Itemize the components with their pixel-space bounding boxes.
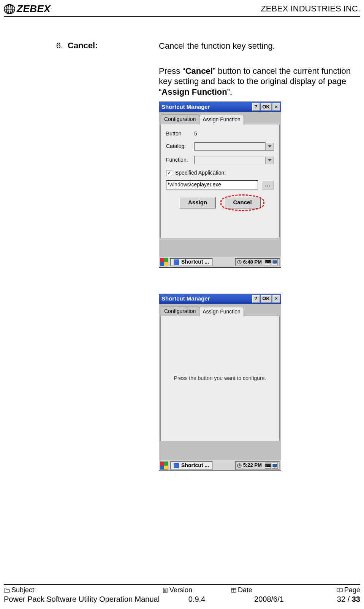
ok-button[interactable]: OK bbox=[261, 295, 272, 303]
catalog-input[interactable] bbox=[194, 142, 266, 151]
help-button[interactable]: ? bbox=[252, 103, 260, 111]
chevron-down-icon[interactable] bbox=[266, 142, 274, 151]
clock: 5:22 PM bbox=[243, 462, 262, 468]
catalog-row: Catalog: bbox=[166, 142, 274, 151]
desc-para-2: Press “Cancel” button to cancel the curr… bbox=[159, 66, 360, 97]
close-button[interactable]: × bbox=[272, 295, 280, 303]
panel-assign: Button 5 Catalog: Function: bbox=[160, 124, 280, 238]
function-label: Function: bbox=[166, 157, 190, 164]
start-button[interactable] bbox=[160, 461, 168, 470]
footer-h-version: Version bbox=[163, 586, 231, 594]
window-title: Shortcut Manager bbox=[161, 103, 252, 111]
section-number: 6. bbox=[4, 41, 68, 51]
window-title: Shortcut Manager bbox=[161, 295, 252, 302]
catalog-combo[interactable] bbox=[194, 142, 274, 151]
screenshot-shortcut-manager-assign: Shortcut Manager ? OK × Configuration As… bbox=[159, 102, 281, 268]
gap bbox=[159, 239, 281, 257]
start-button[interactable] bbox=[160, 258, 168, 266]
footer-h-subject: Subject bbox=[4, 586, 163, 594]
keyboard-icon[interactable]: ⌨ bbox=[265, 463, 271, 469]
cancel-button-highlight: Cancel bbox=[224, 197, 261, 208]
document-footer: Subject Version Date Page Power Pack Sof… bbox=[4, 584, 360, 604]
svg-marker-5 bbox=[268, 159, 272, 161]
tray-icons: ⌨ bbox=[265, 259, 278, 265]
chevron-down-icon[interactable] bbox=[266, 156, 274, 164]
desktop-icon[interactable] bbox=[272, 463, 278, 469]
footer-subject: Power Pack Software Utility Operation Ma… bbox=[4, 595, 163, 604]
clock-icon bbox=[237, 260, 242, 264]
catalog-label: Catalog: bbox=[166, 143, 190, 150]
clock: 6:48 PM bbox=[243, 259, 262, 265]
taskbar: Shortcut ... 6:48 PM ⌨ bbox=[159, 257, 281, 267]
section-description: Cancel the function key setting. Press “… bbox=[159, 41, 360, 471]
footer-page: 32 / 33 bbox=[307, 595, 360, 604]
button-row-actions: Assign Cancel bbox=[166, 197, 274, 208]
calendar-icon bbox=[231, 588, 236, 593]
clock-icon bbox=[237, 463, 242, 468]
section-row: 6. Cancel: Cancel the function key setti… bbox=[4, 41, 360, 471]
svg-rect-14 bbox=[273, 464, 277, 467]
function-input[interactable] bbox=[194, 156, 266, 164]
system-tray[interactable]: 6:48 PM ⌨ bbox=[235, 258, 280, 266]
logo: ZEBEX bbox=[4, 3, 51, 15]
function-combo[interactable] bbox=[194, 156, 274, 164]
prompt-text: Press the button you want to configure. bbox=[174, 375, 266, 382]
book-icon bbox=[337, 588, 343, 593]
help-button[interactable]: ? bbox=[252, 295, 260, 303]
cancel-button[interactable]: Cancel bbox=[224, 197, 261, 208]
footer-h-date: Date bbox=[231, 586, 307, 594]
specified-app-label: Specified Application: bbox=[175, 170, 226, 176]
app-path-row: \windows\ceplayer.exe ... bbox=[166, 180, 274, 189]
keyboard-icon[interactable]: ⌨ bbox=[265, 259, 271, 265]
tab-configuration[interactable]: Configuration bbox=[161, 114, 199, 124]
tab-assign-function[interactable]: Assign Function bbox=[199, 115, 244, 125]
footer-version: 0.9.4 bbox=[163, 595, 231, 604]
gap bbox=[159, 442, 281, 460]
titlebar: Shortcut Manager ? OK × bbox=[159, 102, 281, 112]
tabs: Configuration Assign Function bbox=[159, 304, 281, 316]
footer-h-page: Page bbox=[307, 586, 360, 594]
svg-rect-10 bbox=[274, 263, 276, 264]
button-row: Button 5 bbox=[166, 130, 274, 137]
app-icon bbox=[174, 463, 179, 468]
svg-rect-15 bbox=[274, 467, 276, 467]
button-label: Button bbox=[166, 130, 190, 137]
section-label: Cancel: bbox=[68, 41, 159, 51]
document-icon bbox=[163, 588, 168, 593]
tray-icons: ⌨ bbox=[265, 463, 278, 469]
app-icon bbox=[174, 259, 179, 265]
footer-date: 2008/6/1 bbox=[231, 595, 307, 604]
document-header: ZEBEX ZEBEX INDUSTRIES INC. bbox=[4, 3, 360, 17]
screenshot-shortcut-manager-prompt: Shortcut Manager ? OK × Configuration As… bbox=[159, 294, 281, 471]
tabs: Configuration Assign Function bbox=[159, 112, 281, 124]
button-number: 5 bbox=[194, 130, 197, 137]
close-button[interactable]: × bbox=[272, 103, 280, 111]
tab-configuration[interactable]: Configuration bbox=[161, 307, 199, 316]
logo-text: ZEBEX bbox=[17, 3, 51, 15]
logo-icon bbox=[4, 4, 15, 14]
spacer bbox=[159, 268, 360, 289]
assign-button[interactable]: Assign bbox=[179, 197, 216, 208]
function-row: Function: bbox=[166, 156, 274, 164]
titlebar: Shortcut Manager ? OK × bbox=[159, 294, 281, 304]
desktop-icon[interactable] bbox=[272, 259, 278, 265]
tab-assign-function[interactable]: Assign Function bbox=[199, 307, 244, 317]
browse-button[interactable]: ... bbox=[262, 180, 274, 189]
ok-button[interactable]: OK bbox=[261, 103, 272, 111]
folder-icon bbox=[4, 588, 10, 593]
specified-app-checkbox[interactable]: ✓ bbox=[166, 170, 172, 176]
desc-line-1: Cancel the function key setting. bbox=[159, 41, 360, 51]
panel-prompt: Press the button you want to configure. bbox=[160, 316, 280, 441]
taskbar-app[interactable]: Shortcut ... bbox=[170, 461, 213, 470]
svg-rect-9 bbox=[273, 261, 277, 263]
specified-app-row: ✓ Specified Application: bbox=[166, 170, 274, 176]
system-tray[interactable]: 5:22 PM ⌨ bbox=[235, 461, 280, 470]
taskbar-app[interactable]: Shortcut ... bbox=[170, 258, 213, 266]
company-name: ZEBEX INDUSTRIES INC. bbox=[261, 3, 360, 14]
app-path-input[interactable]: \windows\ceplayer.exe bbox=[166, 180, 258, 189]
svg-marker-4 bbox=[268, 145, 272, 148]
taskbar: Shortcut ... 5:22 PM ⌨ bbox=[159, 460, 281, 471]
